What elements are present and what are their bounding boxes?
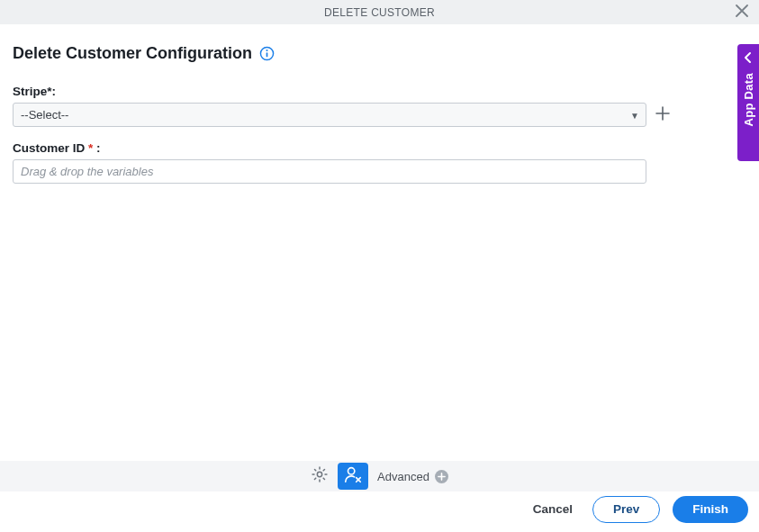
customer-id-field: Customer ID * : — [13, 141, 746, 184]
add-stripe-button[interactable] — [654, 106, 672, 124]
app-data-label: App Data — [742, 73, 755, 126]
modal-title: DELETE CUSTOMER — [324, 6, 435, 19]
customer-id-label: Customer ID * : — [13, 141, 746, 155]
customer-id-input[interactable] — [13, 159, 646, 184]
advanced-button[interactable]: Advanced — [377, 470, 448, 483]
close-button[interactable] — [734, 5, 750, 21]
plus-icon — [655, 106, 670, 124]
user-delete-icon — [343, 464, 363, 488]
stripe-select[interactable]: --Select-- — [13, 103, 646, 127]
finish-button[interactable]: Finish — [673, 496, 748, 523]
bottom-toolbar: Advanced — [0, 461, 759, 491]
cancel-button[interactable]: Cancel — [526, 496, 580, 523]
settings-button[interactable] — [311, 465, 329, 487]
prev-button[interactable]: Prev — [592, 496, 660, 523]
page-title: Delete Customer Configuration — [13, 44, 252, 63]
app-data-panel-toggle[interactable]: App Data — [737, 44, 759, 161]
svg-point-1 — [267, 50, 268, 51]
stripe-field: Stripe*: --Select-- ▼ — [13, 85, 746, 127]
svg-point-4 — [348, 468, 355, 474]
modal-header: DELETE CUSTOMER — [0, 0, 759, 24]
user-delete-button[interactable] — [338, 463, 368, 490]
close-icon — [736, 5, 748, 20]
stripe-row: --Select-- ▼ — [13, 103, 746, 127]
plus-circle-icon — [435, 470, 448, 483]
footer-buttons: Cancel Prev Finish — [0, 491, 759, 532]
advanced-label: Advanced — [377, 470, 429, 483]
gear-icon — [311, 465, 329, 487]
chevron-left-icon — [742, 51, 754, 64]
stripe-label: Stripe*: — [13, 85, 746, 98]
title-row: Delete Customer Configuration — [13, 44, 746, 63]
stripe-select-wrap: --Select-- ▼ — [13, 103, 646, 127]
svg-rect-2 — [267, 52, 268, 57]
content-area: Delete Customer Configuration Stripe*: -… — [0, 24, 759, 184]
info-icon[interactable] — [259, 46, 275, 61]
svg-point-3 — [317, 472, 321, 476]
